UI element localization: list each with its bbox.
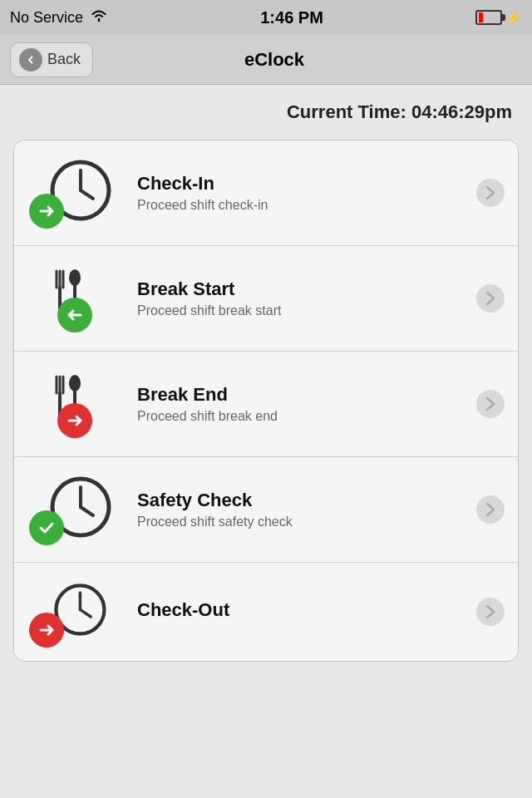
safety-check-subtitle: Proceed shift safety check <box>137 515 466 530</box>
check-out-title: Check-Out <box>137 599 466 621</box>
status-right: ⚡ <box>475 10 522 26</box>
carrier-text: No Service <box>10 9 83 27</box>
status-bar: No Service 1:46 PM ⚡ <box>0 0 532 35</box>
break-end-item[interactable]: Break End Proceed shift break end <box>14 352 518 457</box>
break-start-chevron <box>476 284 505 313</box>
safety-check-chevron <box>476 495 505 524</box>
break-end-subtitle: Proceed shift break end <box>137 409 466 424</box>
break-start-text: Break Start Proceed shift break start <box>127 278 476 318</box>
check-out-item[interactable]: Check-Out <box>14 563 518 661</box>
svg-line-23 <box>80 609 91 617</box>
bolt-icon: ⚡ <box>505 10 522 26</box>
break-start-subtitle: Proceed shift break start <box>137 303 466 318</box>
check-in-badge <box>29 194 64 229</box>
back-arrow-icon <box>19 48 42 71</box>
nav-title: eClock <box>93 49 456 71</box>
main-content: Current Time: 04:46:29pm Check-In <box>0 85 532 678</box>
check-in-text: Check-In Proceed shift check-in <box>127 173 476 213</box>
wifi-icon <box>90 9 108 27</box>
svg-line-3 <box>81 190 93 199</box>
break-start-title: Break Start <box>137 278 466 300</box>
break-start-badge <box>57 298 92 332</box>
svg-point-9 <box>69 269 81 286</box>
check-in-icon <box>27 155 127 230</box>
check-out-badge <box>29 613 64 648</box>
break-end-icon <box>27 367 127 441</box>
back-label: Back <box>47 51 81 68</box>
break-end-title: Break End <box>137 384 466 406</box>
status-left: No Service <box>10 9 108 27</box>
break-end-badge <box>57 403 92 438</box>
break-start-icon <box>27 261 127 336</box>
break-end-chevron <box>476 390 505 418</box>
nav-bar: Back eClock <box>0 35 532 85</box>
check-in-item[interactable]: Check-In Proceed shift check-in <box>14 140 518 246</box>
check-in-title: Check-In <box>137 173 466 195</box>
back-button[interactable]: Back <box>10 42 93 77</box>
svg-point-15 <box>69 375 81 392</box>
check-out-chevron <box>476 598 505 626</box>
battery-fill <box>479 12 483 22</box>
check-out-text: Check-Out <box>127 599 476 624</box>
safety-check-item[interactable]: Safety Check Proceed shift safety check <box>14 457 518 563</box>
safety-check-badge <box>29 510 64 545</box>
safety-check-icon <box>27 472 127 547</box>
svg-line-19 <box>81 507 93 515</box>
break-start-item[interactable]: Break Start Proceed shift break start <box>14 246 518 352</box>
safety-check-text: Safety Check Proceed shift safety check <box>127 490 476 530</box>
current-time: Current Time: 04:46:29pm <box>13 101 519 123</box>
menu-card: Check-In Proceed shift check-in <box>13 140 519 662</box>
battery-icon <box>475 10 502 25</box>
check-in-chevron <box>476 179 505 207</box>
break-end-text: Break End Proceed shift break end <box>127 384 476 424</box>
status-time: 1:46 PM <box>260 8 323 27</box>
check-in-subtitle: Proceed shift check-in <box>137 198 466 213</box>
svg-point-0 <box>26 54 37 65</box>
safety-check-title: Safety Check <box>137 490 466 511</box>
check-out-icon <box>27 574 127 649</box>
